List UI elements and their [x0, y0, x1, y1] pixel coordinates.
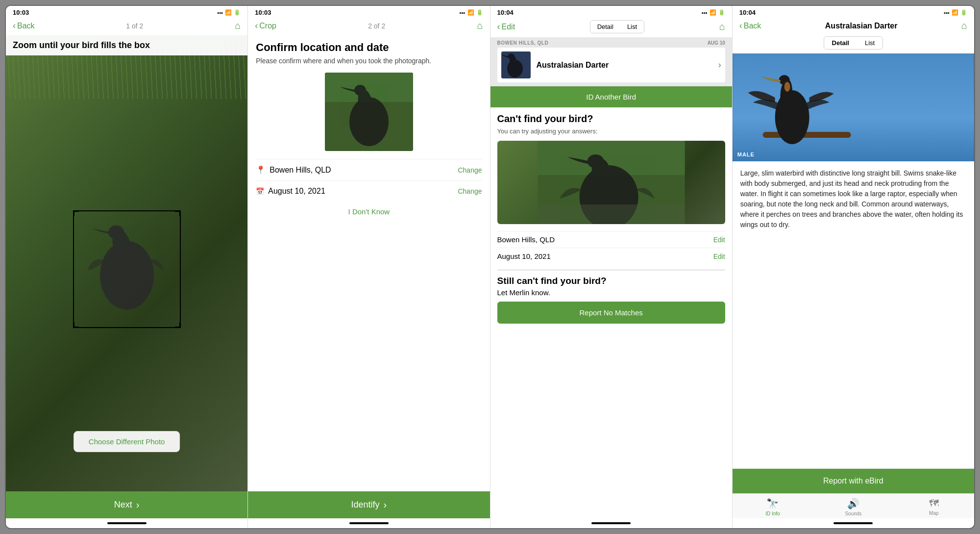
edit-back-button[interactable]: ‹ Edit [497, 22, 515, 32]
crop-corner-tr [175, 210, 181, 216]
next-button[interactable]: Next › [6, 491, 247, 518]
location-edit-button[interactable]: Edit [713, 236, 725, 244]
nav-bar-1: ‹ Back 1 of 2 ⌂ [6, 18, 247, 35]
location-row: 📍 Bowen Hills, QLD Change [256, 159, 482, 180]
nav-bar-2: ‹ Crop 2 of 2 ⌂ [248, 18, 490, 35]
crop-corner-tl [73, 210, 79, 216]
date-left: 📅 August 10, 2021 [256, 187, 325, 196]
species-main-photo: MALE [733, 53, 974, 161]
chevron-left-icon-1: ‹ [13, 21, 16, 31]
next-arrow-icon: › [136, 499, 140, 510]
photo-area-1: Zoom until your bird fills the box Choos… [6, 35, 247, 491]
nav-bar-4: ‹ Back Australasian Darter ⌂ [733, 18, 974, 35]
results-body: Can't find your bird? You can try adjust… [490, 107, 732, 518]
crop-box-1 [73, 210, 181, 328]
screen-1: 10:03 ▪▪▪ 📶 🔋 ‹ Back 1 of 2 ⌂ [6, 6, 248, 528]
date-value: August 10, 2021 [268, 187, 325, 196]
id-another-bird-button[interactable]: ID Another Bird [490, 86, 732, 107]
home-icon-3[interactable]: ⌂ [719, 21, 725, 32]
photo-gender-label: MALE [737, 152, 755, 157]
status-bar-3: 10:04 ▪▪▪ 📶 🔋 [490, 6, 732, 18]
result-chevron-icon: › [718, 60, 721, 70]
species-description: Large, slim waterbird with distinctive l… [740, 168, 966, 230]
home-bar-2 [349, 522, 389, 524]
detail-tab-4[interactable]: Detail [824, 37, 857, 49]
user-bird-photo-svg [497, 141, 725, 224]
confirm-subtitle: Please confirm where and when you took t… [256, 57, 482, 65]
home-indicator-3 [490, 518, 732, 528]
battery-icon-2: 🔋 [476, 9, 483, 16]
still-cant-find-section: Still can't find your bird? Let Merlin k… [497, 269, 725, 324]
signal-icon-1: ▪▪▪ [218, 10, 223, 16]
instruction-label-1: Zoom until your bird fills the box [6, 35, 247, 55]
status-icons-1: ▪▪▪ 📶 🔋 [218, 9, 241, 16]
time-2: 10:03 [255, 9, 271, 16]
nav-bar-3: ‹ Edit Detail List ⌂ [490, 18, 732, 37]
home-icon-4[interactable]: ⌂ [961, 20, 967, 31]
location-badge: BOWEN HILLS, QLD [497, 40, 549, 46]
calendar-icon: 📅 [256, 187, 264, 195]
date-info-label: August 10, 2021 [497, 252, 551, 260]
list-tab-button[interactable]: List [620, 21, 644, 33]
detail-tab-button[interactable]: Detail [590, 21, 620, 33]
identify-button[interactable]: Identify › [248, 491, 490, 518]
svg-point-16 [587, 154, 604, 168]
date-change-button[interactable]: Change [458, 187, 482, 195]
home-icon-2[interactable]: ⌂ [477, 20, 483, 31]
screen-2: 10:03 ▪▪▪ 📶 🔋 ‹ Crop 2 of 2 ⌂ Confirm lo… [248, 6, 490, 528]
chevron-left-icon-3: ‹ [497, 22, 500, 32]
map-label: Map [929, 510, 938, 516]
back-label-1: Back [17, 22, 35, 30]
choose-different-photo-button[interactable]: Choose Different Photo [74, 431, 180, 452]
svg-point-20 [775, 90, 809, 144]
crop-back-button[interactable]: ‹ Crop [255, 21, 276, 31]
location-icon: 📍 [256, 165, 266, 175]
svg-rect-19 [762, 132, 851, 138]
location-value: Bowen Hills, QLD [270, 166, 331, 175]
result-header: BOWEN HILLS, QLD AUG 10 Austral [490, 37, 732, 86]
map-tab[interactable]: 🗺 Map [894, 498, 974, 516]
id-info-icon: 🔭 [766, 498, 779, 509]
result-row[interactable]: Australasian Darter › [497, 48, 725, 82]
edit-label: Edit [502, 23, 515, 31]
cant-find-title: Can't find your bird? [497, 113, 725, 125]
status-bar-1: 10:03 ▪▪▪ 📶 🔋 [6, 6, 247, 18]
result-bird-thumbnail [501, 51, 531, 78]
date-edit-button[interactable]: Edit [713, 253, 725, 260]
confirm-title: Confirm location and date [256, 41, 482, 54]
wifi-icon-3: 📶 [710, 9, 716, 16]
user-bird-photo [497, 141, 725, 224]
detail-list-tabs: Detail List [733, 35, 974, 53]
identify-arrow-icon: › [384, 499, 387, 510]
still-cant-title: Still can't find your bird? [497, 276, 725, 286]
detail-title: Australasian Darter [825, 22, 898, 30]
detail-back-button[interactable]: ‹ Back [739, 21, 761, 31]
detail-back-label: Back [744, 22, 761, 30]
report-ebird-button[interactable]: Report with eBird [733, 469, 974, 493]
time-1: 10:03 [13, 9, 29, 16]
crop-back-label: Crop [259, 22, 276, 30]
list-tab-4[interactable]: List [857, 37, 882, 49]
wifi-icon-1: 📶 [225, 9, 232, 16]
location-change-button[interactable]: Change [458, 166, 482, 174]
dont-know-button[interactable]: I Don't Know [256, 202, 482, 222]
confirm-photo [325, 73, 413, 151]
result-bird-svg [501, 51, 531, 78]
home-indicator-4 [733, 518, 974, 528]
wifi-icon-2: 📶 [467, 9, 474, 16]
chevron-left-icon-2: ‹ [255, 21, 258, 31]
id-info-tab[interactable]: 🔭 ID Info [733, 498, 813, 516]
time-3: 10:04 [497, 9, 514, 16]
crop-corner-br [175, 322, 181, 328]
still-cant-sub: Let Merlin know. [497, 288, 725, 297]
sounds-tab[interactable]: 🔊 Sounds [813, 498, 893, 516]
report-no-matches-button[interactable]: Report No Matches [497, 302, 725, 324]
screen-3: 10:04 ▪▪▪ 📶 🔋 ‹ Edit Detail List ⌂ BOWEN… [490, 6, 733, 528]
back-button-1[interactable]: ‹ Back [13, 21, 35, 31]
detail-list-toggle-4: Detail List [824, 36, 883, 50]
svg-rect-17 [538, 204, 685, 224]
battery-icon-1: 🔋 [234, 9, 241, 16]
chevron-left-icon-4: ‹ [739, 21, 742, 31]
home-icon-1[interactable]: ⌂ [235, 20, 241, 31]
location-info-label: Bowen Hills, QLD [497, 235, 555, 244]
